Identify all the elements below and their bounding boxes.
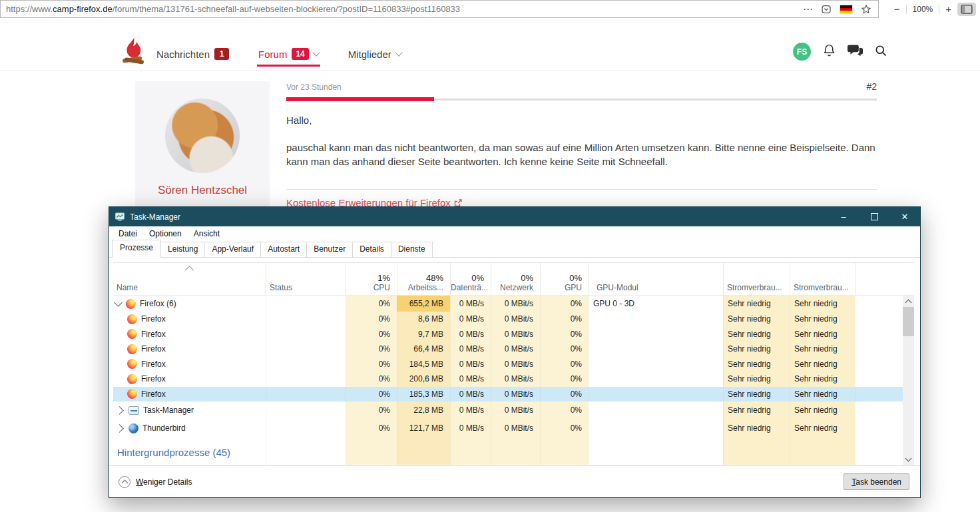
task-manager-menubar: DateiOptionenAnsicht: [109, 226, 920, 241]
zoom-level[interactable]: 100%: [913, 5, 933, 14]
process-row-firefox[interactable]: Firefox0%184,5 MB0 MB/s0 MBit/s0%Sehr ni…: [113, 357, 914, 372]
column-header-disk[interactable]: 0%Datenträ...: [450, 263, 491, 295]
column-header-memory[interactable]: 48%Arbeitss...: [397, 263, 450, 295]
process-row-firefox[interactable]: Firefox0%66,4 MB0 MB/s0 MBit/s0%Sehr nie…: [113, 342, 914, 357]
process-row-firefox[interactable]: Firefox0%185,3 MB0 MB/s0 MBit/s0%Sehr ni…: [113, 387, 914, 402]
cell-status: [266, 461, 346, 465]
task-manager-titlebar[interactable]: Task-Manager – ✕: [109, 207, 920, 226]
cell-power-trend: Sehr niedrig: [790, 419, 855, 437]
process-row-task-manager[interactable]: Task-Manager0%22,8 MB0 MB/s0 MBit/s0%Seh…: [113, 401, 914, 419]
process-row-thunderbird[interactable]: Thunderbird0%121,7 MB0 MB/s0 MBit/s0%Seh…: [113, 419, 914, 437]
cell-cpu: 0%: [346, 357, 397, 372]
expand-chevron-down-icon[interactable]: [114, 298, 122, 307]
cell-power: Sehr niedrig: [723, 357, 790, 372]
cell-disk: 0 MB/s: [450, 357, 491, 372]
less-details-button[interactable]: Weniger Details: [119, 476, 192, 488]
menu-optionen[interactable]: Optionen: [143, 227, 188, 240]
cell-cpu: 0%: [346, 296, 397, 312]
author-name[interactable]: Sören Hentzschel: [135, 184, 270, 197]
window-title: Task-Manager: [130, 212, 180, 222]
browser-chrome: https://www.camp-firefox.de/forum/thema/…: [0, 0, 980, 18]
cell-network: [491, 437, 540, 443]
url-text[interactable]: https://www.camp-firefox.de/forum/thema/…: [6, 4, 803, 14]
notifications-bell-icon[interactable]: [822, 43, 836, 60]
cell-disk: 0 MB/s: [450, 327, 491, 342]
process-row-firefox[interactable]: Firefox0%9,7 MB0 MB/s0 MBit/s0%Sehr nied…: [113, 327, 914, 342]
column-label: CPU: [346, 283, 397, 292]
german-flag-icon[interactable]: [840, 5, 853, 14]
column-label: GPU: [541, 283, 589, 292]
post-timestamp[interactable]: Vor 23 Stunden: [286, 83, 342, 92]
cell-name: Firefox (6): [113, 296, 266, 312]
url-bar[interactable]: https://www.camp-firefox.de/forum/thema/…: [0, 0, 879, 18]
tab-details[interactable]: Details: [352, 242, 391, 257]
expand-chevron-right-icon[interactable]: [115, 424, 124, 433]
tab-app-verlauf[interactable]: App-Verlauf: [204, 242, 261, 257]
firefox-icon: [127, 314, 137, 324]
column-header-power_trend[interactable]: Stromverbrau...: [790, 263, 855, 295]
column-header-name[interactable]: Name: [113, 263, 266, 295]
zoom-out-button[interactable]: −: [894, 3, 900, 15]
author-avatar-photo[interactable]: [165, 99, 240, 173]
tab-autostart[interactable]: Autostart: [260, 242, 307, 257]
process-row-firefox[interactable]: Firefox0%8,6 MB0 MB/s0 MBit/s0%Sehr nied…: [113, 312, 914, 327]
cell-cpu: [346, 437, 397, 443]
tab-leistung[interactable]: Leistung: [160, 242, 205, 257]
tab-prozesse[interactable]: Prozesse: [112, 240, 161, 258]
menu-ansicht[interactable]: Ansicht: [188, 227, 226, 240]
cell-name: Firefox: [113, 327, 266, 342]
nav-item-mitglieder[interactable]: Mitglieder: [348, 44, 401, 64]
close-button[interactable]: ✕: [889, 207, 920, 226]
column-header-cpu[interactable]: 1%CPU: [346, 263, 397, 295]
cell-power-trend: Sehr niedrig: [790, 342, 855, 357]
user-avatar[interactable]: FS: [793, 43, 811, 61]
cell-power-trend: Sehr niedrig: [790, 312, 855, 327]
cell-status: [266, 327, 346, 342]
taskmgr-icon: [128, 406, 139, 415]
column-header-network[interactable]: 0%Netzwerk: [491, 263, 540, 295]
cell-disk: 0 MB/s: [450, 342, 491, 357]
cell-cpu: 0%: [346, 372, 397, 387]
pocket-icon[interactable]: [821, 4, 832, 15]
process-row-firefox[interactable]: Firefox0%200,6 MB0 MB/s0 MBit/s0%Sehr ni…: [113, 372, 914, 387]
search-icon[interactable]: [874, 44, 887, 60]
minimize-button[interactable]: –: [828, 207, 859, 226]
cell-gpu-module: [589, 461, 723, 465]
tab-dienste[interactable]: Dienste: [391, 242, 433, 257]
bookmark-star-icon[interactable]: [861, 4, 871, 15]
section-hintergrundprozesse[interactable]: Hintergrundprozesse (45): [113, 443, 914, 461]
cell-power-trend: [790, 437, 855, 443]
post-number[interactable]: #2: [799, 81, 877, 92]
scroll-down-arrow[interactable]: [903, 453, 914, 465]
menu-datei[interactable]: Datei: [113, 227, 143, 240]
nav-badge: 14: [292, 48, 308, 60]
zoom-in-button[interactable]: +: [945, 3, 951, 15]
tab-benutzer[interactable]: Benutzer: [306, 242, 353, 257]
nav-item-forum[interactable]: Forum14: [258, 44, 319, 64]
column-header-power[interactable]: Stromverbrau...: [723, 263, 790, 295]
column-header-gpu[interactable]: 0%GPU: [540, 263, 589, 295]
column-header-status[interactable]: Status: [266, 263, 346, 295]
column-header-gpu_module[interactable]: GPU-Modul: [589, 263, 723, 295]
scrollbar-thumb[interactable]: [903, 307, 914, 336]
expand-chevron-right-icon[interactable]: [115, 406, 124, 415]
maximize-button[interactable]: [859, 207, 889, 226]
cell-power: [723, 461, 790, 465]
cell-network: 0 MBit/s: [491, 296, 540, 312]
cell-name: Firefox: [113, 387, 266, 402]
vertical-scrollbar[interactable]: [903, 296, 914, 465]
process-row-firefox-6-[interactable]: Firefox (6)0%655,2 MB0 MB/s0 MBit/s0%GPU…: [113, 296, 914, 312]
process-name: Thunderbird: [142, 423, 186, 433]
cell-network: 0 MBit/s: [491, 419, 540, 437]
nav-item-nachrichten[interactable]: Nachrichten1: [156, 44, 229, 64]
overflow-menu-icon[interactable]: ⋯: [803, 3, 813, 15]
end-task-button[interactable]: Task beenden: [844, 473, 909, 490]
sidebar-toggle-button[interactable]: [957, 3, 976, 16]
cell-network: [491, 461, 540, 465]
post-divider: [286, 189, 877, 190]
site-logo[interactable]: [121, 35, 146, 69]
messages-chat-icon[interactable]: [848, 43, 863, 60]
scroll-up-arrow[interactable]: [903, 296, 914, 307]
post-greeting: Hallo,: [286, 115, 312, 126]
cell-cpu: 0%: [346, 312, 397, 327]
